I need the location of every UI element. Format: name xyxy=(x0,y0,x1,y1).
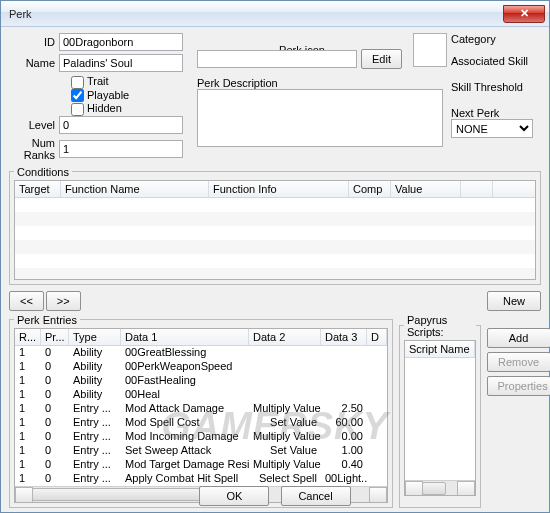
entry-col[interactable]: Data 1 xyxy=(121,329,249,345)
cond-col[interactable]: Target xyxy=(15,181,61,197)
conditions-table[interactable]: TargetFunction NameFunction InfoCompValu… xyxy=(14,180,536,280)
new-button[interactable]: New xyxy=(487,291,541,311)
entry-col[interactable]: Type xyxy=(69,329,121,345)
table-row[interactable]: 10Entry ...Mod Target Damage Resi...Mult… xyxy=(15,458,387,472)
table-row[interactable]: 10Entry ...Set Sweep AttackSet Value1.00 xyxy=(15,444,387,458)
entry-col[interactable]: R... xyxy=(15,329,41,345)
conditions-group: Conditions TargetFunction NameFunction I… xyxy=(9,166,541,285)
numranks-input[interactable] xyxy=(59,140,183,158)
ok-button[interactable]: OK xyxy=(199,486,269,506)
playable-checkbox[interactable] xyxy=(71,89,84,102)
entry-col[interactable]: Data 3 xyxy=(321,329,367,345)
nextperk-select[interactable]: NONE xyxy=(451,119,533,138)
hidden-checkbox[interactable] xyxy=(71,103,84,116)
assocskill-label: Associated Skill xyxy=(451,55,533,67)
cond-col[interactable]: Function Info xyxy=(209,181,349,197)
trait-checkbox[interactable] xyxy=(71,76,84,89)
hidden-check-wrap[interactable]: Hidden xyxy=(71,102,122,114)
add-button[interactable]: Add xyxy=(487,328,550,348)
prev-button[interactable]: << xyxy=(9,291,44,311)
perkentries-table[interactable]: R...Pr...TypeData 1Data 2Data 3D 10Abili… xyxy=(14,328,388,503)
category-label: Category xyxy=(451,33,533,45)
perkdesc-textarea[interactable] xyxy=(197,89,443,147)
window-title: Perk xyxy=(9,8,503,20)
numranks-label: Num Ranks xyxy=(9,137,59,161)
perkicon-input[interactable] xyxy=(197,50,357,68)
perkentries-legend: Perk Entries xyxy=(14,314,80,326)
papyrus-legend: Papyrus Scripts: xyxy=(404,314,476,338)
table-row[interactable]: 10Entry ...Mod Spell CostSet Value60.00 xyxy=(15,416,387,430)
entry-col[interactable]: Data 2 xyxy=(249,329,321,345)
remove-button[interactable]: Remove xyxy=(487,352,550,372)
id-label: ID xyxy=(9,36,59,48)
table-row[interactable]: 10Ability00PerkWeaponSpeed xyxy=(15,360,387,374)
entry-col[interactable]: D xyxy=(367,329,387,345)
titlebar: Perk ✕ xyxy=(1,1,549,27)
perkentries-group: Perk Entries R...Pr...TypeData 1Data 2Da… xyxy=(9,314,393,508)
close-icon: ✕ xyxy=(520,7,529,20)
perkdesc-label: Perk Description xyxy=(197,77,447,89)
client-area: ID Name Trait Playable Hidden Level xyxy=(1,27,549,512)
entry-col[interactable]: Pr... xyxy=(41,329,69,345)
nextperk-label: Next Perk xyxy=(451,107,533,119)
next-button[interactable]: >> xyxy=(46,291,81,311)
trait-check-wrap[interactable]: Trait xyxy=(71,75,109,87)
table-row[interactable]: 10Entry ...Apply Combat Hit SpellSelect … xyxy=(15,472,387,486)
cond-col[interactable]: Value xyxy=(391,181,461,197)
cond-col[interactable]: Function Name xyxy=(61,181,209,197)
id-input[interactable] xyxy=(59,33,183,51)
level-input[interactable] xyxy=(59,116,183,134)
cancel-button[interactable]: Cancel xyxy=(281,486,351,506)
table-row[interactable]: 10Ability00GreatBlessing xyxy=(15,346,387,360)
properties-button[interactable]: Properties xyxy=(487,376,550,396)
table-row[interactable]: 10Entry ...Mod Attack DamageMultiply Val… xyxy=(15,402,387,416)
table-row[interactable]: 10Ability00FastHealing xyxy=(15,374,387,388)
table-row[interactable]: 10Ability00Heal xyxy=(15,388,387,402)
perk-window: Perk ✕ ID Name Trait Playable Hidde xyxy=(0,0,550,513)
papyrus-group: Papyrus Scripts: Script Name xyxy=(399,314,481,508)
table-row[interactable]: 10Entry ...Mod Incoming DamageMultiply V… xyxy=(15,430,387,444)
papyrus-table[interactable]: Script Name xyxy=(404,340,476,496)
cond-col[interactable] xyxy=(461,181,493,197)
level-label: Level xyxy=(9,119,59,131)
name-input[interactable] xyxy=(59,54,183,72)
close-button[interactable]: ✕ xyxy=(503,5,545,23)
playable-check-wrap[interactable]: Playable xyxy=(71,89,129,101)
cond-col[interactable]: Comp xyxy=(349,181,391,197)
edit-icon-button[interactable]: Edit xyxy=(361,49,402,69)
name-label: Name xyxy=(9,57,59,69)
conditions-legend: Conditions xyxy=(14,166,72,178)
perk-icon-box xyxy=(413,33,447,67)
skillthresh-label: Skill Threshold xyxy=(451,81,533,93)
